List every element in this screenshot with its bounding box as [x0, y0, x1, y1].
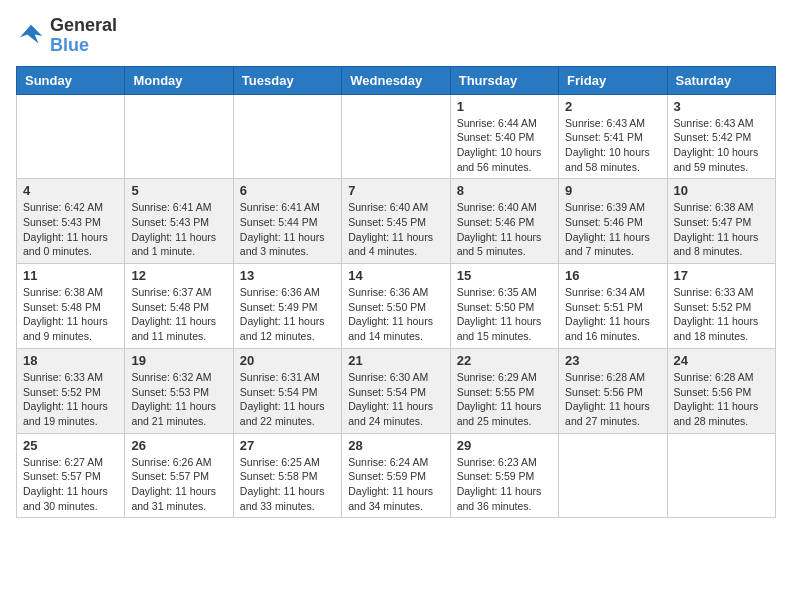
day-info: Sunrise: 6:34 AM Sunset: 5:51 PM Dayligh…: [565, 285, 660, 344]
calendar-cell: 15Sunrise: 6:35 AM Sunset: 5:50 PM Dayli…: [450, 264, 558, 349]
day-number: 19: [131, 353, 226, 368]
calendar-cell: 24Sunrise: 6:28 AM Sunset: 5:56 PM Dayli…: [667, 348, 775, 433]
calendar-cell: 13Sunrise: 6:36 AM Sunset: 5:49 PM Dayli…: [233, 264, 341, 349]
day-number: 12: [131, 268, 226, 283]
day-number: 23: [565, 353, 660, 368]
calendar-cell: 19Sunrise: 6:32 AM Sunset: 5:53 PM Dayli…: [125, 348, 233, 433]
calendar-cell: 7Sunrise: 6:40 AM Sunset: 5:45 PM Daylig…: [342, 179, 450, 264]
day-info: Sunrise: 6:28 AM Sunset: 5:56 PM Dayligh…: [565, 370, 660, 429]
day-number: 18: [23, 353, 118, 368]
calendar-cell: 17Sunrise: 6:33 AM Sunset: 5:52 PM Dayli…: [667, 264, 775, 349]
day-info: Sunrise: 6:30 AM Sunset: 5:54 PM Dayligh…: [348, 370, 443, 429]
weekday-header-saturday: Saturday: [667, 66, 775, 94]
calendar-cell: 3Sunrise: 6:43 AM Sunset: 5:42 PM Daylig…: [667, 94, 775, 179]
calendar-cell: 25Sunrise: 6:27 AM Sunset: 5:57 PM Dayli…: [17, 433, 125, 518]
weekday-header-row: SundayMondayTuesdayWednesdayThursdayFrid…: [17, 66, 776, 94]
day-info: Sunrise: 6:44 AM Sunset: 5:40 PM Dayligh…: [457, 116, 552, 175]
day-info: Sunrise: 6:32 AM Sunset: 5:53 PM Dayligh…: [131, 370, 226, 429]
day-number: 21: [348, 353, 443, 368]
calendar-table: SundayMondayTuesdayWednesdayThursdayFrid…: [16, 66, 776, 519]
calendar-cell: 5Sunrise: 6:41 AM Sunset: 5:43 PM Daylig…: [125, 179, 233, 264]
day-number: 13: [240, 268, 335, 283]
calendar-cell: [559, 433, 667, 518]
day-info: Sunrise: 6:37 AM Sunset: 5:48 PM Dayligh…: [131, 285, 226, 344]
day-info: Sunrise: 6:36 AM Sunset: 5:50 PM Dayligh…: [348, 285, 443, 344]
logo: General Blue: [16, 16, 117, 56]
day-info: Sunrise: 6:35 AM Sunset: 5:50 PM Dayligh…: [457, 285, 552, 344]
weekday-header-friday: Friday: [559, 66, 667, 94]
day-number: 10: [674, 183, 769, 198]
day-info: Sunrise: 6:29 AM Sunset: 5:55 PM Dayligh…: [457, 370, 552, 429]
day-number: 22: [457, 353, 552, 368]
calendar-cell: 14Sunrise: 6:36 AM Sunset: 5:50 PM Dayli…: [342, 264, 450, 349]
calendar-cell: 8Sunrise: 6:40 AM Sunset: 5:46 PM Daylig…: [450, 179, 558, 264]
calendar-cell: 18Sunrise: 6:33 AM Sunset: 5:52 PM Dayli…: [17, 348, 125, 433]
day-info: Sunrise: 6:28 AM Sunset: 5:56 PM Dayligh…: [674, 370, 769, 429]
calendar-cell: 6Sunrise: 6:41 AM Sunset: 5:44 PM Daylig…: [233, 179, 341, 264]
weekday-header-wednesday: Wednesday: [342, 66, 450, 94]
day-info: Sunrise: 6:39 AM Sunset: 5:46 PM Dayligh…: [565, 200, 660, 259]
day-number: 9: [565, 183, 660, 198]
day-number: 3: [674, 99, 769, 114]
day-number: 25: [23, 438, 118, 453]
day-info: Sunrise: 6:43 AM Sunset: 5:41 PM Dayligh…: [565, 116, 660, 175]
calendar-cell: [667, 433, 775, 518]
calendar-cell: 4Sunrise: 6:42 AM Sunset: 5:43 PM Daylig…: [17, 179, 125, 264]
day-number: 16: [565, 268, 660, 283]
page-header: General Blue: [16, 16, 776, 56]
calendar-week-row: 11Sunrise: 6:38 AM Sunset: 5:48 PM Dayli…: [17, 264, 776, 349]
day-info: Sunrise: 6:42 AM Sunset: 5:43 PM Dayligh…: [23, 200, 118, 259]
day-info: Sunrise: 6:38 AM Sunset: 5:48 PM Dayligh…: [23, 285, 118, 344]
calendar-cell: 28Sunrise: 6:24 AM Sunset: 5:59 PM Dayli…: [342, 433, 450, 518]
calendar-cell: 27Sunrise: 6:25 AM Sunset: 5:58 PM Dayli…: [233, 433, 341, 518]
calendar-cell: 12Sunrise: 6:37 AM Sunset: 5:48 PM Dayli…: [125, 264, 233, 349]
day-number: 7: [348, 183, 443, 198]
day-info: Sunrise: 6:40 AM Sunset: 5:46 PM Dayligh…: [457, 200, 552, 259]
calendar-cell: 16Sunrise: 6:34 AM Sunset: 5:51 PM Dayli…: [559, 264, 667, 349]
day-number: 6: [240, 183, 335, 198]
day-number: 15: [457, 268, 552, 283]
day-number: 26: [131, 438, 226, 453]
calendar-cell: 11Sunrise: 6:38 AM Sunset: 5:48 PM Dayli…: [17, 264, 125, 349]
weekday-header-sunday: Sunday: [17, 66, 125, 94]
day-info: Sunrise: 6:43 AM Sunset: 5:42 PM Dayligh…: [674, 116, 769, 175]
day-info: Sunrise: 6:23 AM Sunset: 5:59 PM Dayligh…: [457, 455, 552, 514]
calendar-cell: 10Sunrise: 6:38 AM Sunset: 5:47 PM Dayli…: [667, 179, 775, 264]
calendar-cell: 21Sunrise: 6:30 AM Sunset: 5:54 PM Dayli…: [342, 348, 450, 433]
logo-text: General Blue: [50, 16, 117, 56]
day-number: 17: [674, 268, 769, 283]
calendar-week-row: 4Sunrise: 6:42 AM Sunset: 5:43 PM Daylig…: [17, 179, 776, 264]
day-info: Sunrise: 6:25 AM Sunset: 5:58 PM Dayligh…: [240, 455, 335, 514]
day-info: Sunrise: 6:33 AM Sunset: 5:52 PM Dayligh…: [674, 285, 769, 344]
calendar-cell: 26Sunrise: 6:26 AM Sunset: 5:57 PM Dayli…: [125, 433, 233, 518]
day-number: 11: [23, 268, 118, 283]
weekday-header-monday: Monday: [125, 66, 233, 94]
day-info: Sunrise: 6:38 AM Sunset: 5:47 PM Dayligh…: [674, 200, 769, 259]
day-number: 29: [457, 438, 552, 453]
calendar-cell: [17, 94, 125, 179]
calendar-week-row: 1Sunrise: 6:44 AM Sunset: 5:40 PM Daylig…: [17, 94, 776, 179]
day-number: 27: [240, 438, 335, 453]
day-info: Sunrise: 6:24 AM Sunset: 5:59 PM Dayligh…: [348, 455, 443, 514]
day-number: 4: [23, 183, 118, 198]
calendar-cell: 2Sunrise: 6:43 AM Sunset: 5:41 PM Daylig…: [559, 94, 667, 179]
calendar-cell: 20Sunrise: 6:31 AM Sunset: 5:54 PM Dayli…: [233, 348, 341, 433]
day-number: 2: [565, 99, 660, 114]
day-number: 14: [348, 268, 443, 283]
calendar-cell: 1Sunrise: 6:44 AM Sunset: 5:40 PM Daylig…: [450, 94, 558, 179]
day-info: Sunrise: 6:33 AM Sunset: 5:52 PM Dayligh…: [23, 370, 118, 429]
weekday-header-thursday: Thursday: [450, 66, 558, 94]
day-info: Sunrise: 6:41 AM Sunset: 5:44 PM Dayligh…: [240, 200, 335, 259]
calendar-cell: 29Sunrise: 6:23 AM Sunset: 5:59 PM Dayli…: [450, 433, 558, 518]
day-info: Sunrise: 6:31 AM Sunset: 5:54 PM Dayligh…: [240, 370, 335, 429]
svg-marker-0: [20, 25, 43, 44]
calendar-cell: 23Sunrise: 6:28 AM Sunset: 5:56 PM Dayli…: [559, 348, 667, 433]
weekday-header-tuesday: Tuesday: [233, 66, 341, 94]
logo-icon: [16, 21, 46, 51]
calendar-cell: 9Sunrise: 6:39 AM Sunset: 5:46 PM Daylig…: [559, 179, 667, 264]
day-info: Sunrise: 6:36 AM Sunset: 5:49 PM Dayligh…: [240, 285, 335, 344]
day-info: Sunrise: 6:26 AM Sunset: 5:57 PM Dayligh…: [131, 455, 226, 514]
calendar-cell: 22Sunrise: 6:29 AM Sunset: 5:55 PM Dayli…: [450, 348, 558, 433]
day-info: Sunrise: 6:27 AM Sunset: 5:57 PM Dayligh…: [23, 455, 118, 514]
calendar-cell: [342, 94, 450, 179]
